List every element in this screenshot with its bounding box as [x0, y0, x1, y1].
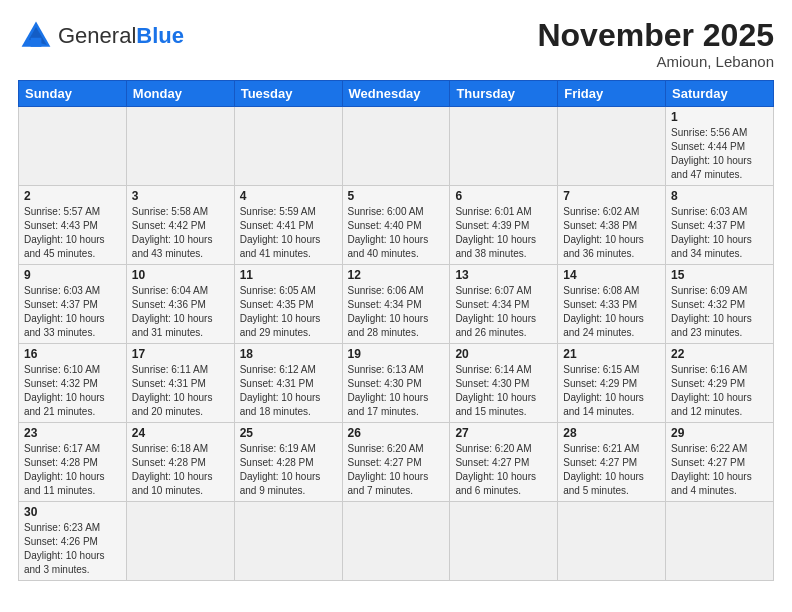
- calendar-cell: 9Sunrise: 6:03 AM Sunset: 4:37 PM Daylig…: [19, 265, 127, 344]
- calendar-cell: 5Sunrise: 6:00 AM Sunset: 4:40 PM Daylig…: [342, 186, 450, 265]
- header-saturday: Saturday: [666, 81, 774, 107]
- title-block: November 2025 Amioun, Lebanon: [537, 18, 774, 70]
- day-number: 8: [671, 189, 768, 203]
- calendar-cell: 16Sunrise: 6:10 AM Sunset: 4:32 PM Dayli…: [19, 344, 127, 423]
- day-info: Sunrise: 6:21 AM Sunset: 4:27 PM Dayligh…: [563, 442, 660, 498]
- calendar-cell: 15Sunrise: 6:09 AM Sunset: 4:32 PM Dayli…: [666, 265, 774, 344]
- calendar-cell: 18Sunrise: 6:12 AM Sunset: 4:31 PM Dayli…: [234, 344, 342, 423]
- calendar-cell: 14Sunrise: 6:08 AM Sunset: 4:33 PM Dayli…: [558, 265, 666, 344]
- day-info: Sunrise: 6:20 AM Sunset: 4:27 PM Dayligh…: [348, 442, 445, 498]
- day-number: 1: [671, 110, 768, 124]
- day-number: 27: [455, 426, 552, 440]
- header-monday: Monday: [126, 81, 234, 107]
- calendar-table: Sunday Monday Tuesday Wednesday Thursday…: [18, 80, 774, 581]
- day-info: Sunrise: 6:10 AM Sunset: 4:32 PM Dayligh…: [24, 363, 121, 419]
- calendar-cell: [126, 107, 234, 186]
- day-number: 25: [240, 426, 337, 440]
- day-info: Sunrise: 6:04 AM Sunset: 4:36 PM Dayligh…: [132, 284, 229, 340]
- calendar-cell: [666, 502, 774, 581]
- calendar-cell: [342, 107, 450, 186]
- day-info: Sunrise: 6:22 AM Sunset: 4:27 PM Dayligh…: [671, 442, 768, 498]
- calendar-cell: 11Sunrise: 6:05 AM Sunset: 4:35 PM Dayli…: [234, 265, 342, 344]
- logo-text: GeneralBlue: [58, 25, 184, 47]
- day-number: 12: [348, 268, 445, 282]
- day-number: 6: [455, 189, 552, 203]
- day-info: Sunrise: 6:15 AM Sunset: 4:29 PM Dayligh…: [563, 363, 660, 419]
- calendar-cell: 23Sunrise: 6:17 AM Sunset: 4:28 PM Dayli…: [19, 423, 127, 502]
- day-info: Sunrise: 6:23 AM Sunset: 4:26 PM Dayligh…: [24, 521, 121, 577]
- day-number: 17: [132, 347, 229, 361]
- calendar-week-row: 9Sunrise: 6:03 AM Sunset: 4:37 PM Daylig…: [19, 265, 774, 344]
- calendar-cell: [450, 502, 558, 581]
- calendar-cell: 30Sunrise: 6:23 AM Sunset: 4:26 PM Dayli…: [19, 502, 127, 581]
- calendar-week-row: 23Sunrise: 6:17 AM Sunset: 4:28 PM Dayli…: [19, 423, 774, 502]
- day-number: 7: [563, 189, 660, 203]
- calendar-week-row: 2Sunrise: 5:57 AM Sunset: 4:43 PM Daylig…: [19, 186, 774, 265]
- day-info: Sunrise: 6:00 AM Sunset: 4:40 PM Dayligh…: [348, 205, 445, 261]
- calendar-cell: 13Sunrise: 6:07 AM Sunset: 4:34 PM Dayli…: [450, 265, 558, 344]
- calendar-cell: 8Sunrise: 6:03 AM Sunset: 4:37 PM Daylig…: [666, 186, 774, 265]
- day-number: 10: [132, 268, 229, 282]
- calendar-cell: 2Sunrise: 5:57 AM Sunset: 4:43 PM Daylig…: [19, 186, 127, 265]
- day-number: 28: [563, 426, 660, 440]
- day-info: Sunrise: 5:57 AM Sunset: 4:43 PM Dayligh…: [24, 205, 121, 261]
- day-number: 19: [348, 347, 445, 361]
- calendar-cell: 26Sunrise: 6:20 AM Sunset: 4:27 PM Dayli…: [342, 423, 450, 502]
- day-number: 15: [671, 268, 768, 282]
- calendar-cell: 24Sunrise: 6:18 AM Sunset: 4:28 PM Dayli…: [126, 423, 234, 502]
- day-number: 29: [671, 426, 768, 440]
- day-number: 18: [240, 347, 337, 361]
- day-info: Sunrise: 6:03 AM Sunset: 4:37 PM Dayligh…: [671, 205, 768, 261]
- weekday-header-row: Sunday Monday Tuesday Wednesday Thursday…: [19, 81, 774, 107]
- day-number: 22: [671, 347, 768, 361]
- day-number: 26: [348, 426, 445, 440]
- calendar-cell: [19, 107, 127, 186]
- day-info: Sunrise: 6:14 AM Sunset: 4:30 PM Dayligh…: [455, 363, 552, 419]
- calendar-cell: [450, 107, 558, 186]
- day-info: Sunrise: 6:02 AM Sunset: 4:38 PM Dayligh…: [563, 205, 660, 261]
- calendar-cell: 4Sunrise: 5:59 AM Sunset: 4:41 PM Daylig…: [234, 186, 342, 265]
- calendar-cell: [234, 107, 342, 186]
- day-info: Sunrise: 6:11 AM Sunset: 4:31 PM Dayligh…: [132, 363, 229, 419]
- logo: GeneralBlue: [18, 18, 184, 54]
- calendar-cell: 19Sunrise: 6:13 AM Sunset: 4:30 PM Dayli…: [342, 344, 450, 423]
- calendar-cell: 21Sunrise: 6:15 AM Sunset: 4:29 PM Dayli…: [558, 344, 666, 423]
- day-number: 5: [348, 189, 445, 203]
- calendar-cell: [342, 502, 450, 581]
- header-friday: Friday: [558, 81, 666, 107]
- calendar-week-row: 16Sunrise: 6:10 AM Sunset: 4:32 PM Dayli…: [19, 344, 774, 423]
- day-number: 23: [24, 426, 121, 440]
- day-info: Sunrise: 6:03 AM Sunset: 4:37 PM Dayligh…: [24, 284, 121, 340]
- day-info: Sunrise: 6:09 AM Sunset: 4:32 PM Dayligh…: [671, 284, 768, 340]
- header-wednesday: Wednesday: [342, 81, 450, 107]
- header-sunday: Sunday: [19, 81, 127, 107]
- calendar-cell: 6Sunrise: 6:01 AM Sunset: 4:39 PM Daylig…: [450, 186, 558, 265]
- day-number: 24: [132, 426, 229, 440]
- calendar-cell: [126, 502, 234, 581]
- calendar-cell: 25Sunrise: 6:19 AM Sunset: 4:28 PM Dayli…: [234, 423, 342, 502]
- day-info: Sunrise: 6:19 AM Sunset: 4:28 PM Dayligh…: [240, 442, 337, 498]
- calendar-cell: 3Sunrise: 5:58 AM Sunset: 4:42 PM Daylig…: [126, 186, 234, 265]
- calendar-cell: 7Sunrise: 6:02 AM Sunset: 4:38 PM Daylig…: [558, 186, 666, 265]
- logo-icon: [18, 18, 54, 54]
- header: GeneralBlue November 2025 Amioun, Lebano…: [18, 18, 774, 70]
- calendar-cell: 27Sunrise: 6:20 AM Sunset: 4:27 PM Dayli…: [450, 423, 558, 502]
- day-info: Sunrise: 6:08 AM Sunset: 4:33 PM Dayligh…: [563, 284, 660, 340]
- calendar-cell: [234, 502, 342, 581]
- day-info: Sunrise: 5:56 AM Sunset: 4:44 PM Dayligh…: [671, 126, 768, 182]
- day-info: Sunrise: 5:59 AM Sunset: 4:41 PM Dayligh…: [240, 205, 337, 261]
- calendar-cell: [558, 107, 666, 186]
- day-number: 9: [24, 268, 121, 282]
- day-number: 20: [455, 347, 552, 361]
- calendar-cell: 29Sunrise: 6:22 AM Sunset: 4:27 PM Dayli…: [666, 423, 774, 502]
- day-info: Sunrise: 6:07 AM Sunset: 4:34 PM Dayligh…: [455, 284, 552, 340]
- day-number: 3: [132, 189, 229, 203]
- day-info: Sunrise: 6:17 AM Sunset: 4:28 PM Dayligh…: [24, 442, 121, 498]
- day-number: 14: [563, 268, 660, 282]
- calendar-week-row: 30Sunrise: 6:23 AM Sunset: 4:26 PM Dayli…: [19, 502, 774, 581]
- calendar-cell: 1Sunrise: 5:56 AM Sunset: 4:44 PM Daylig…: [666, 107, 774, 186]
- page: GeneralBlue November 2025 Amioun, Lebano…: [0, 0, 792, 612]
- day-info: Sunrise: 5:58 AM Sunset: 4:42 PM Dayligh…: [132, 205, 229, 261]
- day-info: Sunrise: 6:13 AM Sunset: 4:30 PM Dayligh…: [348, 363, 445, 419]
- calendar-cell: 28Sunrise: 6:21 AM Sunset: 4:27 PM Dayli…: [558, 423, 666, 502]
